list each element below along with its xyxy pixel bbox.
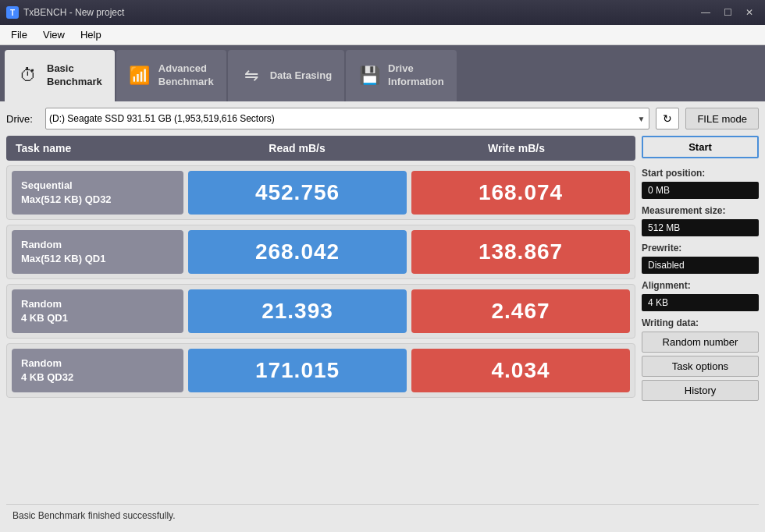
maximize-button[interactable]: ☐	[718, 5, 737, 20]
close-button[interactable]: ✕	[740, 5, 759, 20]
task-cell-4: Random4 KB QD32	[12, 349, 183, 392]
read-cell-1: 452.756	[188, 171, 407, 215]
col-write-header: Write mB/s	[407, 142, 626, 154]
drive-select[interactable]: (D:) Seagate SSD 931.51 GB (1,953,519,61…	[45, 108, 649, 129]
advanced-benchmark-icon: 📶	[129, 66, 151, 86]
app-icon: T	[6, 6, 19, 19]
prewrite-value: Disabled	[642, 257, 759, 274]
history-button[interactable]: History	[642, 380, 759, 401]
read-cell-3: 21.393	[188, 289, 407, 333]
writing-data-button[interactable]: Random number	[642, 332, 759, 353]
alignment-label: Alignment:	[642, 280, 759, 291]
start-position-value: 0 MB	[642, 182, 759, 199]
basic-benchmark-icon: ⏱	[17, 66, 39, 86]
table-row: Random4 KB QD1 21.393 2.467	[6, 284, 635, 339]
table-row: Random4 KB QD32 171.015 4.034	[6, 343, 635, 398]
bench-table-area: Task name Read mB/s Write mB/s Sequentia…	[6, 136, 635, 501]
menu-file[interactable]: File	[3, 27, 35, 43]
start-position-label: Start position:	[642, 168, 759, 179]
tab-data-erasing[interactable]: ⇋ Data Erasing	[228, 50, 344, 101]
col-task-header: Task name	[16, 142, 187, 154]
refresh-button[interactable]: ↻	[656, 108, 679, 129]
minimize-button[interactable]: —	[696, 5, 715, 20]
menu-view[interactable]: View	[35, 27, 73, 43]
drive-label: Drive:	[6, 113, 39, 125]
task-options-button[interactable]: Task options	[642, 356, 759, 377]
tab-advanced-benchmark-label: AdvancedBenchmark	[158, 62, 214, 89]
tab-data-erasing-label: Data Erasing	[270, 69, 332, 83]
tab-drive-information-label: DriveInformation	[388, 62, 444, 89]
status-message: Basic Benchmark finished successfully.	[12, 510, 176, 521]
drive-select-wrapper: (D:) Seagate SSD 931.51 GB (1,953,519,61…	[45, 108, 649, 129]
drive-bar: Drive: (D:) Seagate SSD 931.51 GB (1,953…	[6, 108, 759, 129]
menu-help[interactable]: Help	[73, 27, 109, 43]
table-header: Task name Read mB/s Write mB/s	[6, 136, 635, 161]
window-title: TxBENCH - New project	[23, 7, 696, 18]
task-cell-1: SequentialMax(512 KB) QD32	[12, 171, 183, 215]
table-row: RandomMax(512 KB) QD1 268.042 138.867	[6, 225, 635, 279]
col-read-header: Read mB/s	[187, 142, 407, 154]
main-content: Drive: (D:) Seagate SSD 931.51 GB (1,953…	[0, 101, 765, 532]
tab-drive-information[interactable]: 💾 DriveInformation	[346, 50, 457, 101]
statusbar: Basic Benchmark finished successfully.	[6, 504, 759, 526]
tabbar: ⏱ BasicBenchmark 📶 AdvancedBenchmark ⇋ D…	[0, 45, 765, 101]
writing-data-label: Writing data:	[642, 317, 759, 328]
write-cell-2: 138.867	[411, 230, 630, 274]
prewrite-label: Prewrite:	[642, 243, 759, 254]
write-cell-4: 4.034	[411, 349, 630, 392]
side-panel: Start Start position: 0 MB Measurement s…	[642, 136, 759, 501]
alignment-value: 4 KB	[642, 294, 759, 311]
bench-container: Task name Read mB/s Write mB/s Sequentia…	[6, 136, 759, 501]
read-cell-2: 268.042	[188, 230, 407, 274]
data-erasing-icon: ⇋	[240, 66, 262, 86]
drive-information-icon: 💾	[358, 66, 380, 86]
measurement-size-value: 512 MB	[642, 219, 759, 236]
task-cell-3: Random4 KB QD1	[12, 289, 183, 333]
write-cell-3: 2.467	[411, 289, 630, 333]
tab-advanced-benchmark[interactable]: 📶 AdvancedBenchmark	[116, 50, 226, 101]
table-row: SequentialMax(512 KB) QD32 452.756 168.0…	[6, 165, 635, 220]
window-controls: — ☐ ✕	[696, 5, 759, 20]
write-cell-1: 168.074	[411, 171, 630, 215]
file-mode-button[interactable]: FILE mode	[685, 108, 759, 129]
read-cell-4: 171.015	[188, 349, 407, 392]
titlebar: T TxBENCH - New project — ☐ ✕	[0, 0, 765, 25]
menubar: File View Help	[0, 25, 765, 45]
task-cell-2: RandomMax(512 KB) QD1	[12, 230, 183, 274]
start-button[interactable]: Start	[642, 136, 759, 158]
measurement-size-label: Measurement size:	[642, 205, 759, 216]
tab-basic-benchmark-label: BasicBenchmark	[47, 62, 102, 89]
tab-basic-benchmark[interactable]: ⏱ BasicBenchmark	[5, 50, 115, 101]
